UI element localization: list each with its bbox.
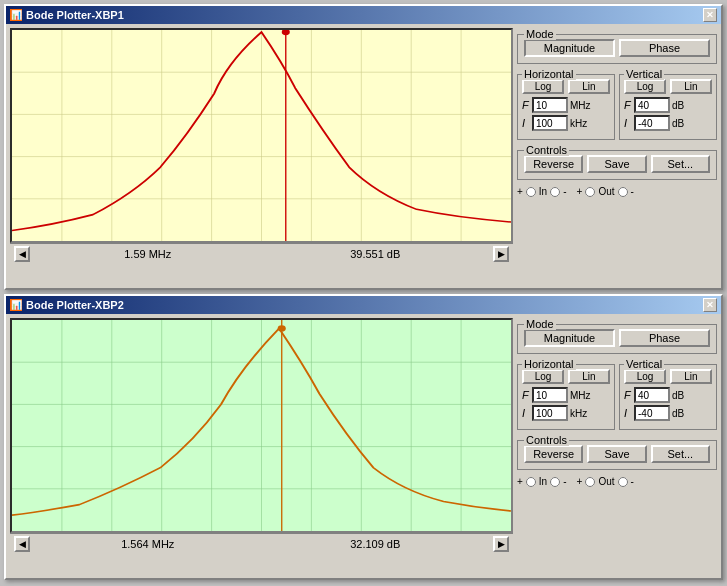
title-bar-xbp1: 📊 Bode Plotter-XBP1 ✕ bbox=[6, 6, 721, 24]
out-radio-d-xbp2[interactable] bbox=[618, 477, 628, 487]
left-arrow-btn-xbp2[interactable]: ◀ bbox=[14, 536, 30, 552]
horizontal-group-xbp1: Horizontal Log Lin F MHz I kHz bbox=[517, 74, 615, 140]
io-minus2-xbp1: - bbox=[631, 186, 634, 197]
vt-f-label-xbp2: F bbox=[624, 389, 632, 401]
out-radio-c-xbp2[interactable] bbox=[585, 477, 595, 487]
hz-i-unit-xbp2: kHz bbox=[570, 408, 592, 419]
vt-loglin-row-xbp2: Log Lin bbox=[624, 369, 712, 384]
db-value-xbp1: 39.551 dB bbox=[266, 248, 486, 260]
vt-f-label-xbp1: F bbox=[624, 99, 632, 111]
set-btn-xbp2[interactable]: Set... bbox=[651, 445, 710, 463]
close-button-xbp2[interactable]: ✕ bbox=[703, 298, 717, 312]
vt-lin-btn-xbp2[interactable]: Lin bbox=[670, 369, 712, 384]
left-arrow-btn-xbp1[interactable]: ◀ bbox=[14, 246, 30, 262]
mode-label-xbp1: Mode bbox=[524, 28, 556, 40]
vt-i-input-xbp2[interactable] bbox=[634, 405, 670, 421]
set-btn-xbp1[interactable]: Set... bbox=[651, 155, 710, 173]
io-plus1-xbp1: + bbox=[517, 186, 523, 197]
io-plus1-xbp2: + bbox=[517, 476, 523, 487]
vertical-label-xbp2: Vertical bbox=[624, 358, 664, 370]
out-radio-d-xbp1[interactable] bbox=[618, 187, 628, 197]
reverse-btn-xbp2[interactable]: Reverse bbox=[524, 445, 583, 463]
vt-i-input-xbp1[interactable] bbox=[634, 115, 670, 131]
hz-f-input-xbp1[interactable] bbox=[532, 97, 568, 113]
vt-loglin-row-xbp1: Log Lin bbox=[624, 79, 712, 94]
hz-i-label-xbp2: I bbox=[522, 407, 530, 419]
io-minus1-xbp2: - bbox=[563, 476, 566, 487]
right-arrow-btn-xbp1[interactable]: ▶ bbox=[493, 246, 509, 262]
io-plus2-xbp1: + bbox=[577, 186, 583, 197]
controls-label-xbp2: Controls bbox=[524, 434, 569, 446]
phase-btn-xbp1[interactable]: Phase bbox=[619, 39, 710, 57]
in-radio-d-xbp2[interactable] bbox=[550, 477, 560, 487]
io-minus1-xbp1: - bbox=[563, 186, 566, 197]
window-title-xbp2: Bode Plotter-XBP2 bbox=[26, 299, 124, 311]
controls-label-xbp1: Controls bbox=[524, 144, 569, 156]
vt-log-btn-xbp1[interactable]: Log bbox=[624, 79, 666, 94]
window-content-xbp1: ◀ 1.59 MHz 39.551 dB ▶ Mode Magnitude Ph… bbox=[6, 24, 721, 268]
phase-btn-xbp2[interactable]: Phase bbox=[619, 329, 710, 347]
plot-area-xbp2[interactable] bbox=[10, 318, 513, 533]
save-btn-xbp2[interactable]: Save bbox=[587, 445, 646, 463]
vertical-group-xbp2: Vertical Log Lin F dB I dB bbox=[619, 364, 717, 430]
right-arrow-btn-xbp2[interactable]: ▶ bbox=[493, 536, 509, 552]
io-minus2-xbp2: - bbox=[631, 476, 634, 487]
io-row-xbp1: + In - + Out - bbox=[517, 184, 717, 199]
close-button-xbp1[interactable]: ✕ bbox=[703, 8, 717, 22]
vt-f-row-xbp2: F dB bbox=[624, 387, 712, 403]
vt-lin-btn-xbp1[interactable]: Lin bbox=[670, 79, 712, 94]
vt-log-btn-xbp2[interactable]: Log bbox=[624, 369, 666, 384]
hz-lin-btn-xbp2[interactable]: Lin bbox=[568, 369, 610, 384]
magnitude-btn-xbp1[interactable]: Magnitude bbox=[524, 39, 615, 57]
save-btn-xbp1[interactable]: Save bbox=[587, 155, 646, 173]
hz-lin-btn-xbp1[interactable]: Lin bbox=[568, 79, 610, 94]
hz-i-unit-xbp1: kHz bbox=[570, 118, 592, 129]
hz-i-input-xbp2[interactable] bbox=[532, 405, 568, 421]
vt-f-input-xbp1[interactable] bbox=[634, 97, 670, 113]
hz-i-input-xbp1[interactable] bbox=[532, 115, 568, 131]
controls-group-xbp1: Controls Reverse Save Set... bbox=[517, 150, 717, 180]
hz-f-unit-xbp2: MHz bbox=[570, 390, 592, 401]
io-out-label-xbp2: Out bbox=[598, 476, 614, 487]
hz-f-label-xbp1: F bbox=[522, 99, 530, 111]
io-in-label-xbp1: In bbox=[539, 186, 547, 197]
app-icon: 📊 bbox=[10, 9, 22, 21]
hz-i-row-xbp2: I kHz bbox=[522, 405, 610, 421]
hz-f-row-xbp2: F MHz bbox=[522, 387, 610, 403]
hz-log-btn-xbp2[interactable]: Log bbox=[522, 369, 564, 384]
vertical-group-xbp1: Vertical Log Lin F dB I dB bbox=[619, 74, 717, 140]
in-radio-c-xbp1[interactable] bbox=[526, 187, 536, 197]
vt-i-row-xbp2: I dB bbox=[624, 405, 712, 421]
out-radio-c-xbp1[interactable] bbox=[585, 187, 595, 197]
vt-f-row-xbp1: F dB bbox=[624, 97, 712, 113]
svg-point-14 bbox=[282, 30, 290, 35]
plot-area-xbp1[interactable] bbox=[10, 28, 513, 243]
in-radio-c-xbp2[interactable] bbox=[526, 477, 536, 487]
io-row-xbp2: + In - + Out - bbox=[517, 474, 717, 489]
reverse-btn-xbp1[interactable]: Reverse bbox=[524, 155, 583, 173]
app-icon-2: 📊 bbox=[10, 299, 22, 311]
hz-f-input-xbp2[interactable] bbox=[532, 387, 568, 403]
title-bar-xbp2: 📊 Bode Plotter-XBP2 ✕ bbox=[6, 296, 721, 314]
freq-value-xbp2: 1.564 MHz bbox=[38, 538, 258, 550]
mode-buttons-xbp1: Magnitude Phase bbox=[524, 39, 710, 57]
magnitude-btn-xbp2[interactable]: Magnitude bbox=[524, 329, 615, 347]
hz-f-row-xbp1: F MHz bbox=[522, 97, 610, 113]
plot-svg-xbp2 bbox=[12, 320, 511, 531]
horizontal-group-xbp2: Horizontal Log Lin F MHz I kHz bbox=[517, 364, 615, 430]
vt-f-input-xbp2[interactable] bbox=[634, 387, 670, 403]
plot-svg-xbp1 bbox=[12, 30, 511, 241]
vertical-label-xbp1: Vertical bbox=[624, 68, 664, 80]
controls-buttons-xbp1: Reverse Save Set... bbox=[524, 155, 710, 173]
mode-group-xbp1: Mode Magnitude Phase bbox=[517, 34, 717, 64]
in-radio-d-xbp1[interactable] bbox=[550, 187, 560, 197]
controls-buttons-xbp2: Reverse Save Set... bbox=[524, 445, 710, 463]
plot-status-bar-xbp2: ◀ 1.564 MHz 32.109 dB ▶ bbox=[10, 533, 513, 554]
vt-i-unit-xbp1: dB bbox=[672, 118, 694, 129]
horizontal-label-xbp2: Horizontal bbox=[522, 358, 576, 370]
vt-f-unit-xbp1: dB bbox=[672, 100, 694, 111]
io-in-label-xbp2: In bbox=[539, 476, 547, 487]
bode-window-xbp1: 📊 Bode Plotter-XBP1 ✕ bbox=[4, 4, 723, 290]
hz-log-btn-xbp1[interactable]: Log bbox=[522, 79, 564, 94]
controls-panel-xbp1: Mode Magnitude Phase Horizontal Log Lin … bbox=[517, 28, 717, 264]
